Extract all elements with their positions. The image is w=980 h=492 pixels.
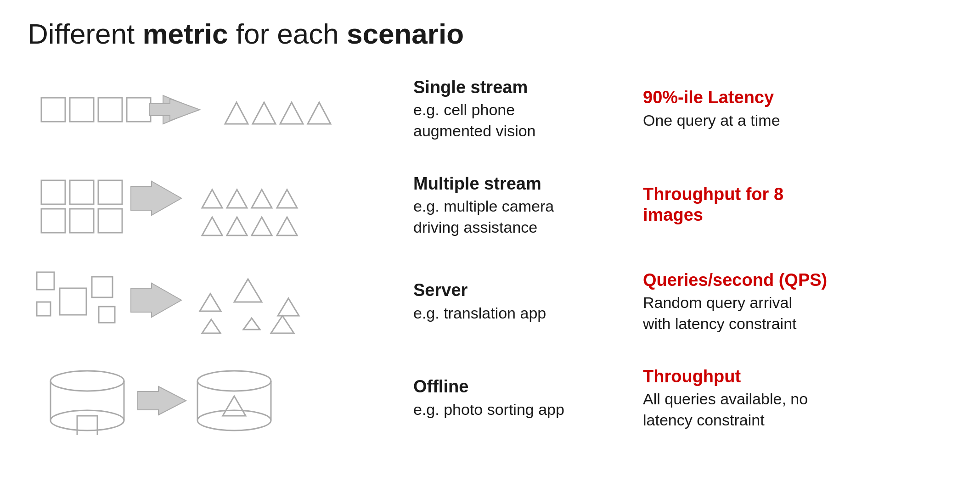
metric-desc-offline: All queries available, nolatency constra… <box>643 389 952 431</box>
metric-name-single: 90%-ile Latency <box>643 87 952 108</box>
scenario-row-single: Single stream e.g. cell phoneaugmented v… <box>28 73 952 146</box>
scenario-name-single: Single stream <box>413 77 625 98</box>
scenario-example-offline: e.g. photo sorting app <box>413 399 625 420</box>
scenario-name-server: Server <box>413 280 625 301</box>
svg-marker-17 <box>131 181 181 215</box>
scenario-name-multiple: Multiple stream <box>413 173 625 195</box>
svg-marker-19 <box>227 190 247 208</box>
svg-rect-16 <box>98 209 122 233</box>
svg-point-47 <box>197 410 271 430</box>
svg-marker-24 <box>252 217 272 235</box>
svg-point-38 <box>51 371 124 391</box>
svg-marker-9 <box>280 102 303 124</box>
page-title: Different metric for each scenario <box>28 18 952 50</box>
svg-point-44 <box>197 371 271 391</box>
scenario-info-server: Server e.g. translation app <box>404 280 625 324</box>
svg-rect-12 <box>70 180 94 204</box>
scenario-example-single: e.g. cell phoneaugmented vision <box>413 100 625 142</box>
svg-point-41 <box>51 410 124 430</box>
scenario-example-server: e.g. translation app <box>413 303 625 324</box>
scenario-row-server: Server e.g. translation app Queries/seco… <box>28 265 952 339</box>
svg-marker-7 <box>225 102 248 124</box>
svg-rect-15 <box>70 209 94 233</box>
svg-marker-22 <box>202 217 222 235</box>
svg-rect-3 <box>127 98 151 122</box>
scenario-name-offline: Offline <box>413 376 625 397</box>
metric-name-server: Queries/second (QPS) <box>643 270 952 291</box>
svg-marker-25 <box>277 217 297 235</box>
diagram-server <box>28 265 404 339</box>
diagram-offline <box>28 362 404 435</box>
metric-name-offline: Throughput <box>643 366 952 387</box>
scenario-example-multiple: e.g. multiple cameradriving assistance <box>413 196 625 238</box>
svg-rect-27 <box>60 288 86 315</box>
svg-marker-43 <box>138 386 186 415</box>
svg-marker-31 <box>131 283 181 317</box>
metric-info-offline: Throughput All queries available, nolate… <box>625 366 952 431</box>
svg-marker-33 <box>234 279 262 302</box>
metric-info-multiple: Throughput for 8images <box>625 184 952 228</box>
svg-marker-8 <box>253 102 276 124</box>
svg-marker-23 <box>227 217 247 235</box>
scenario-info-offline: Offline e.g. photo sorting app <box>404 376 625 420</box>
metric-desc-single: One query at a time <box>643 110 952 131</box>
metric-info-single: 90%-ile Latency One query at a time <box>625 87 952 131</box>
metric-desc-server: Random query arrivalwith latency constra… <box>643 292 952 335</box>
svg-marker-48 <box>223 396 246 416</box>
svg-marker-6 <box>149 99 200 121</box>
svg-rect-26 <box>37 272 54 290</box>
metric-name-multiple: Throughput for 8images <box>643 184 952 226</box>
svg-rect-2 <box>98 98 122 122</box>
svg-marker-20 <box>252 190 272 208</box>
svg-rect-14 <box>41 209 65 233</box>
scenario-info-multiple: Multiple stream e.g. multiple cameradriv… <box>404 173 625 238</box>
svg-marker-34 <box>278 298 299 316</box>
scenario-row-offline: Offline e.g. photo sorting app Throughpu… <box>28 362 952 435</box>
svg-rect-28 <box>92 277 113 297</box>
scenarios-container: Single stream e.g. cell phoneaugmented v… <box>28 73 952 435</box>
svg-marker-37 <box>243 318 260 330</box>
svg-marker-32 <box>200 294 221 311</box>
metric-info-server: Queries/second (QPS) Random query arriva… <box>625 270 952 335</box>
svg-marker-10 <box>308 102 331 124</box>
diagram-multiple <box>28 169 404 242</box>
svg-rect-0 <box>41 98 65 122</box>
svg-marker-35 <box>202 319 220 333</box>
svg-rect-42 <box>77 416 97 435</box>
diagram-single <box>28 73 404 146</box>
svg-marker-21 <box>277 190 297 208</box>
svg-rect-1 <box>70 98 94 122</box>
svg-rect-11 <box>41 180 65 204</box>
svg-marker-36 <box>271 316 294 333</box>
svg-rect-29 <box>37 302 51 316</box>
svg-rect-30 <box>99 307 115 323</box>
scenario-row-multiple: Multiple stream e.g. multiple cameradriv… <box>28 169 952 242</box>
scenario-info-single: Single stream e.g. cell phoneaugmented v… <box>404 77 625 142</box>
svg-marker-18 <box>202 190 222 208</box>
svg-rect-13 <box>98 180 122 204</box>
